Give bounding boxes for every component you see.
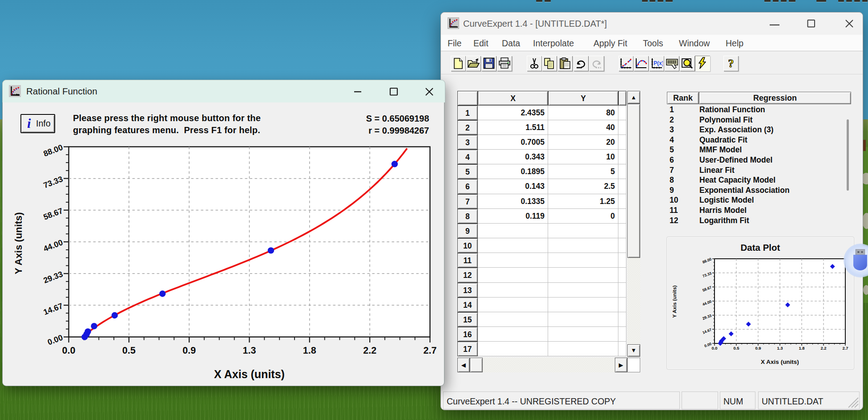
svg-text:X Axis (units): X Axis (units) (214, 368, 285, 380)
svg-text:2.2: 2.2 (363, 345, 376, 356)
svg-text:P(x): P(x) (654, 60, 663, 66)
svg-text:1.8: 1.8 (303, 345, 316, 356)
svg-text:Y Axis (units): Y Axis (units) (13, 212, 24, 274)
svg-text:58.67: 58.67 (42, 206, 64, 222)
svg-text:14.67: 14.67 (42, 301, 64, 317)
svg-text:0.0: 0.0 (62, 345, 76, 356)
svg-text:44.00: 44.00 (42, 238, 64, 253)
svg-text:29.33: 29.33 (42, 269, 64, 285)
svg-text:88.00: 88.00 (42, 143, 64, 159)
svg-text:1.3: 1.3 (243, 345, 256, 356)
svg-text:73.33: 73.33 (42, 175, 64, 190)
svg-text:2.7: 2.7 (424, 345, 437, 356)
svg-text:0.5: 0.5 (122, 345, 136, 356)
svg-text:0.9: 0.9 (182, 345, 196, 356)
svg-text:?: ? (728, 57, 734, 69)
svg-text:0.00: 0.00 (46, 333, 64, 347)
